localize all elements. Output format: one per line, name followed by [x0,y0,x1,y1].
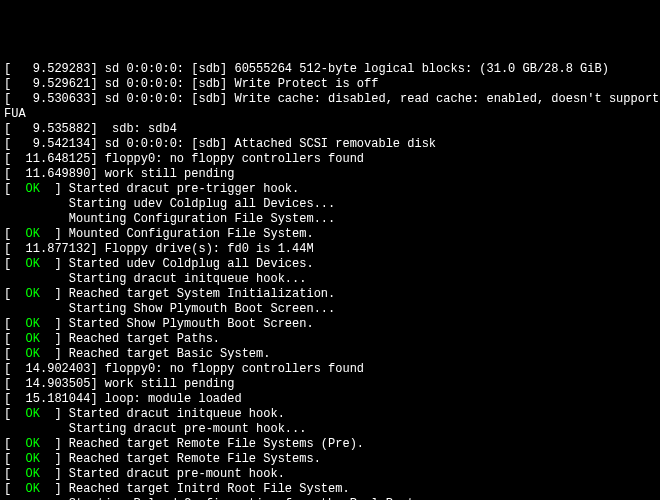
status-ok: OK [26,332,40,346]
console-line: [ OK ] Started dracut pre-mount hook. [4,467,656,482]
console-line: Starting udev Coldplug all Devices... [4,197,656,212]
boot-console: [ 9.529283] sd 0:0:0:0: [sdb] 60555264 5… [4,62,656,500]
status-ok: OK [26,407,40,421]
console-line: [ 11.648125] floppy0: no floppy controll… [4,152,656,167]
status-ok: OK [26,482,40,496]
console-line: [ 9.529621] sd 0:0:0:0: [sdb] Write Prot… [4,77,656,92]
status-ok: OK [26,182,40,196]
status-ok: OK [26,347,40,361]
console-line: [ 9.542134] sd 0:0:0:0: [sdb] Attached S… [4,137,656,152]
console-line: [ 14.902403] floppy0: no floppy controll… [4,362,656,377]
console-line: Starting Show Plymouth Boot Screen... [4,302,656,317]
console-line: [ 9.530633] sd 0:0:0:0: [sdb] Write cach… [4,92,656,107]
console-line: [ 9.535882] sdb: sdb4 [4,122,656,137]
console-line: [ OK ] Started udev Coldplug all Devices… [4,257,656,272]
console-line: Starting dracut initqueue hook... [4,272,656,287]
console-line: [ OK ] Mounted Configuration File System… [4,227,656,242]
console-line: [ OK ] Reached target System Initializat… [4,287,656,302]
status-ok: OK [26,227,40,241]
status-ok: OK [26,437,40,451]
console-line: [ OK ] Started dracut initqueue hook. [4,407,656,422]
console-line: [ OK ] Started dracut pre-trigger hook. [4,182,656,197]
status-ok: OK [26,317,40,331]
console-line: [ OK ] Reached target Remote File System… [4,437,656,452]
console-line: [ OK ] Started Show Plymouth Boot Screen… [4,317,656,332]
status-ok: OK [26,452,40,466]
console-line: [ OK ] Reached target Initrd Root File S… [4,482,656,497]
console-line: FUA [4,107,656,122]
console-line: [ 11.877132] Floppy drive(s): fd0 is 1.4… [4,242,656,257]
console-line: Mounting Configuration File System... [4,212,656,227]
console-line: [ 15.181044] loop: module loaded [4,392,656,407]
status-ok: OK [26,467,40,481]
console-line: Starting dracut pre-mount hook... [4,422,656,437]
console-line: [ OK ] Reached target Remote File System… [4,452,656,467]
console-line: [ OK ] Reached target Paths. [4,332,656,347]
status-ok: OK [26,287,40,301]
console-line: [ OK ] Reached target Basic System. [4,347,656,362]
console-line: [ 14.903505] work still pending [4,377,656,392]
status-ok: OK [26,257,40,271]
console-line: [ 9.529283] sd 0:0:0:0: [sdb] 60555264 5… [4,62,656,77]
console-line: [ 11.649890] work still pending [4,167,656,182]
